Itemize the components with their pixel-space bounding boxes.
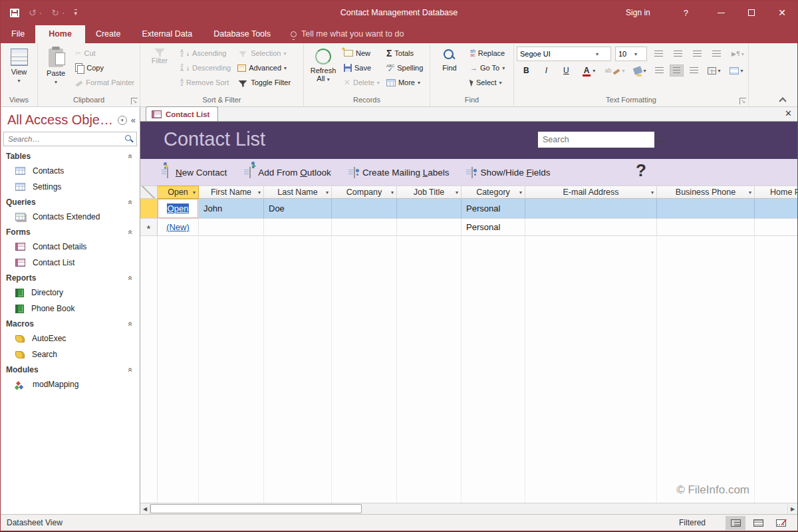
spelling-button[interactable]: ABC✓Spelling [384, 61, 426, 75]
select-all-corner[interactable] [140, 186, 158, 199]
font-color-button[interactable]: A [579, 63, 599, 78]
nav-search-input[interactable] [4, 135, 124, 143]
tell-me-box[interactable]: Tell me what you want to do [281, 25, 413, 43]
cell-category[interactable]: Personal [462, 199, 525, 219]
sign-in-button[interactable]: Sign in [610, 8, 666, 17]
column-dropdown-icon[interactable] [651, 190, 654, 196]
paste-button[interactable]: Paste [41, 46, 71, 88]
tab-external-data[interactable]: External Data [131, 25, 203, 43]
doc-tab-contact-list[interactable]: Contact List [146, 106, 218, 121]
italic-button[interactable]: I [539, 63, 554, 78]
toggle-filter-button[interactable]: Toggle Filter [235, 75, 293, 90]
cell-job-title[interactable] [397, 219, 462, 236]
filtered-toggle[interactable]: Filtered [679, 518, 706, 527]
form-search-input[interactable] [538, 135, 654, 144]
cell-business-phone[interactable] [657, 219, 755, 236]
new-record-button[interactable]: New [341, 46, 382, 61]
totals-button[interactable]: ΣTotals [384, 46, 426, 61]
background-color-button[interactable] [630, 65, 649, 76]
collapse-section-icon[interactable]: « [126, 367, 136, 372]
redo-icon[interactable]: ↻ · [51, 7, 65, 18]
nav-section-tables[interactable]: Tables« [1, 149, 140, 163]
new-contact-button[interactable]: New Contact [167, 168, 227, 178]
more-button[interactable]: More [384, 75, 426, 90]
record-open-link[interactable]: (New) [166, 222, 190, 232]
nav-menu-dropdown-icon[interactable]: ▾ [118, 116, 127, 125]
text-formatting-dialog-launcher-icon[interactable]: ↘ [739, 98, 746, 104]
find-button[interactable]: Find [433, 46, 466, 74]
nav-item-modmapping[interactable]: modMapping [1, 376, 140, 392]
cell-e-mail-address[interactable] [525, 199, 657, 219]
column-dropdown-icon[interactable] [519, 190, 522, 196]
minimize-button[interactable] [706, 1, 736, 25]
tab-database-tools[interactable]: Database Tools [203, 25, 281, 43]
cell-category[interactable]: Personal [462, 219, 525, 236]
column-header-company[interactable]: Company [332, 186, 397, 199]
form-help-button[interactable]: ? [636, 160, 646, 181]
column-dropdown-icon[interactable] [749, 190, 751, 196]
align-left-button[interactable] [652, 65, 667, 76]
nav-item-settings[interactable]: Settings [1, 179, 140, 195]
nav-item-contact-list[interactable]: Contact List [1, 255, 140, 271]
nav-section-macros[interactable]: Macros« [1, 317, 140, 331]
column-header-last-name[interactable]: Last Name [264, 186, 332, 199]
font-size-input[interactable] [616, 50, 634, 58]
column-header-home-phone[interactable]: Home Phone [755, 186, 797, 199]
column-dropdown-icon[interactable] [456, 190, 458, 196]
cell-e-mail-address[interactable] [525, 219, 657, 236]
tab-home[interactable]: Home [35, 25, 85, 43]
replace-button[interactable]: abacReplace [467, 46, 507, 61]
clipboard-dialog-launcher-icon[interactable]: ↘ [131, 98, 138, 104]
scroll-right-icon[interactable]: ▶ [787, 503, 797, 514]
remove-sort-button[interactable]: AZRemove Sort [178, 75, 233, 90]
refresh-all-button[interactable]: RefreshAll [307, 46, 340, 86]
add-from-outlook-button[interactable]: Add From Outlook [249, 168, 331, 178]
format-painter-button[interactable]: Format Painter [72, 75, 137, 90]
column-dropdown-icon[interactable] [258, 190, 261, 196]
show-hide-fields-button[interactable]: Show/Hide Fields [471, 168, 550, 178]
column-header-first-name[interactable]: First Name [199, 186, 264, 199]
tab-file[interactable]: File [1, 25, 35, 43]
collapse-ribbon-icon[interactable] [779, 96, 785, 102]
filter-button[interactable]: Filter [143, 46, 176, 67]
go-to-button[interactable]: →Go To [467, 61, 507, 75]
column-header-business-phone[interactable]: Business Phone [657, 186, 755, 199]
save-icon[interactable] [10, 9, 19, 17]
column-header-open[interactable]: Open [158, 186, 199, 199]
cell-last-name[interactable]: Doe [264, 199, 332, 219]
search-icon[interactable] [124, 134, 134, 144]
help-button[interactable]: ? [666, 8, 706, 18]
cell-last-name[interactable] [264, 219, 332, 236]
bullets-button[interactable] [651, 48, 666, 60]
nav-section-forms[interactable]: Forms« [1, 225, 140, 239]
record-selector[interactable]: * [140, 219, 158, 236]
column-dropdown-icon[interactable] [391, 190, 394, 196]
font-name-box[interactable] [517, 47, 611, 61]
nav-item-contact-details[interactable]: Contact Details [1, 239, 140, 255]
align-center-button[interactable] [670, 65, 684, 76]
nav-item-autoexec[interactable]: AutoExec [1, 331, 140, 346]
column-dropdown-icon[interactable] [326, 190, 329, 196]
view-button[interactable]: View [3, 46, 35, 86]
cell-open[interactable]: Open [158, 199, 199, 219]
paragraph-direction-button[interactable]: ▶¶ [728, 48, 747, 60]
nav-section-modules[interactable]: Modules« [1, 362, 140, 376]
decrease-indent-button[interactable] [709, 48, 724, 60]
cut-button[interactable]: ✂Cut [72, 46, 137, 61]
undo-icon[interactable]: ↺ · [29, 7, 42, 18]
alternate-row-color-button[interactable] [726, 65, 746, 77]
collapse-section-icon[interactable]: « [126, 200, 136, 204]
scrollbar-thumb[interactable] [150, 504, 362, 513]
close-document-icon[interactable]: ✕ [785, 108, 792, 118]
cell-company[interactable] [332, 199, 397, 219]
cell-home-phone[interactable] [755, 199, 797, 219]
collapse-section-icon[interactable]: « [126, 321, 136, 326]
collapse-section-icon[interactable]: « [126, 229, 136, 234]
maximize-button[interactable] [736, 1, 767, 25]
save-record-button[interactable]: Save [341, 61, 382, 75]
descending-button[interactable]: ZA↓Descending [178, 61, 233, 75]
cell-business-phone[interactable] [657, 199, 755, 219]
font-size-box[interactable] [615, 47, 647, 61]
cell-home-phone[interactable] [755, 219, 797, 236]
nav-item-phone-book[interactable]: Phone Book [1, 301, 140, 317]
